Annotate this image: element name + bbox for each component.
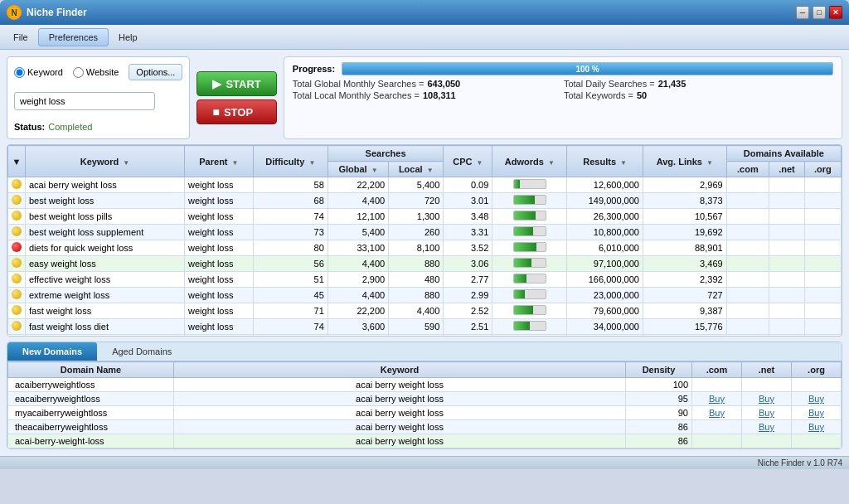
table-row[interactable]: effective weight loss weight loss 51 2,9… xyxy=(8,272,842,288)
buy-link[interactable]: Buy xyxy=(759,394,774,404)
keywords-table: ▼ Keyword ▼ Parent ▼ Difficulty ▼ Search… xyxy=(7,145,842,337)
th-parent[interactable]: Parent ▼ xyxy=(185,146,254,177)
title-bar: N Niche Finder ─ □ ✕ xyxy=(0,0,849,25)
progress-panel: Progress: 100 % Total Global Monthly Sea… xyxy=(284,56,842,139)
adwords-bar xyxy=(513,321,546,331)
search-input[interactable] xyxy=(14,92,155,110)
table-row[interactable]: acai berry weight loss weight loss 58 22… xyxy=(8,177,842,193)
keyword-radio[interactable]: Keyword xyxy=(14,67,63,78)
th-org[interactable]: .org xyxy=(804,162,841,177)
close-button[interactable]: ✕ xyxy=(829,6,842,19)
buy-link[interactable]: Buy xyxy=(808,394,824,404)
difficulty-dot xyxy=(12,258,22,268)
th-cpc[interactable]: CPC ▼ xyxy=(444,146,492,177)
difficulty-dot xyxy=(12,274,22,284)
th-results[interactable]: Results ▼ xyxy=(567,146,643,177)
action-buttons: ▶ START ■ STOP xyxy=(196,56,276,139)
menu-file[interactable]: File xyxy=(3,29,38,46)
list-item[interactable]: eacaiberryweightloss acai berry weight l… xyxy=(8,392,842,406)
table-row[interactable]: best weight loss weight loss 68 4,400 72… xyxy=(8,193,842,209)
th-domains-avail: Domains Available xyxy=(726,146,841,162)
table-row[interactable]: fast weight loss tips weight loss 52 5,4… xyxy=(8,335,842,337)
th-difficulty[interactable]: Difficulty ▼ xyxy=(253,146,327,177)
th-d-net: .net xyxy=(742,362,792,378)
table-row[interactable]: fast weight loss weight loss 71 22,200 4… xyxy=(8,303,842,319)
stop-button[interactable]: ■ STOP xyxy=(196,99,276,124)
th-avglinks[interactable]: Avg. Links ▼ xyxy=(643,146,726,177)
adwords-bar xyxy=(513,195,546,205)
adwords-bar xyxy=(513,242,546,252)
stat-global: Total Global Monthly Searches = 643,050 xyxy=(293,79,562,89)
difficulty-dot xyxy=(12,321,22,331)
tab-bar: New Domains Aged Domains xyxy=(7,342,842,361)
buy-link[interactable]: Buy xyxy=(808,408,824,418)
th-d-org: .org xyxy=(792,362,842,378)
status-line: Status: Completed xyxy=(14,122,92,132)
progress-bar: 100 % xyxy=(342,62,833,75)
th-filter-col[interactable]: ▼ xyxy=(8,146,26,177)
domains-table: Domain Name Keyword Density .com .net .o… xyxy=(7,361,842,448)
title-bar-title: Niche Finder xyxy=(27,7,796,18)
adwords-bar xyxy=(513,274,546,284)
buy-link[interactable]: Buy xyxy=(709,394,725,404)
search-panel: Keyword Website Options... Status: Compl… xyxy=(7,56,190,139)
th-adwords[interactable]: Adwords ▼ xyxy=(492,146,567,177)
buy-link[interactable]: Buy xyxy=(759,408,774,418)
menu-bar: File Preferences Help xyxy=(0,25,849,50)
start-button[interactable]: ▶ START xyxy=(196,71,276,96)
tab-new-domains[interactable]: New Domains xyxy=(7,342,97,361)
menu-help[interactable]: Help xyxy=(109,29,148,46)
radio-group: Keyword Website Options... xyxy=(14,64,182,80)
th-density: Density xyxy=(626,362,692,378)
th-d-com: .com xyxy=(692,362,742,378)
bottom-section: New Domains Aged Domains Domain Name Key… xyxy=(7,342,842,449)
difficulty-dot xyxy=(12,211,22,220)
difficulty-dot xyxy=(12,195,22,205)
table-row[interactable]: easy weight loss weight loss 56 4,400 88… xyxy=(8,256,842,272)
keywords-table-container[interactable]: ▼ Keyword ▼ Parent ▼ Difficulty ▼ Search… xyxy=(7,144,842,337)
adwords-bar xyxy=(513,211,546,220)
th-domain-keyword: Keyword xyxy=(174,362,626,378)
status-bar: Niche Finder v 1.0 R74 xyxy=(0,456,849,469)
th-global[interactable]: Global ▼ xyxy=(327,162,388,177)
th-local[interactable]: Local ▼ xyxy=(389,162,444,177)
list-item[interactable]: theacaiberryweightloss acai berry weight… xyxy=(8,420,842,434)
adwords-bar xyxy=(513,179,546,189)
stat-keywords: Total Keywords = 50 xyxy=(564,90,833,100)
domains-table-container[interactable]: Domain Name Keyword Density .com .net .o… xyxy=(7,361,842,448)
difficulty-dot xyxy=(12,289,22,299)
stat-local: Total Local Monthly Searches = 108,311 xyxy=(293,90,562,100)
menu-preferences[interactable]: Preferences xyxy=(38,28,109,46)
title-bar-buttons: ─ □ ✕ xyxy=(796,6,842,19)
table-row[interactable]: diets for quick weight loss weight loss … xyxy=(8,240,842,256)
table-row[interactable]: extreme weight loss weight loss 45 4,400… xyxy=(8,288,842,303)
buy-link[interactable]: Buy xyxy=(709,408,725,418)
list-item[interactable]: myacaiberryweightloss acai berry weight … xyxy=(8,406,842,420)
th-searches: Searches xyxy=(327,146,443,162)
buy-link[interactable]: Buy xyxy=(759,422,774,432)
stat-daily: Total Daily Searches = 21,435 xyxy=(564,79,833,89)
th-domain-name: Domain Name xyxy=(8,362,174,378)
maximize-button[interactable]: □ xyxy=(813,6,826,19)
th-net[interactable]: .net xyxy=(769,162,804,177)
options-button[interactable]: Options... xyxy=(129,64,182,80)
table-row[interactable]: best weight loss pills weight loss 74 12… xyxy=(8,209,842,225)
buy-link[interactable]: Buy xyxy=(808,422,824,432)
progress-fill: 100 % xyxy=(342,63,832,75)
main-content: Keyword Website Options... Status: Compl… xyxy=(0,50,849,456)
difficulty-dot xyxy=(12,179,22,189)
list-item[interactable]: acai-berry-weight-loss acai berry weight… xyxy=(8,434,842,448)
tab-aged-domains[interactable]: Aged Domains xyxy=(97,342,187,361)
adwords-bar xyxy=(513,226,546,236)
stats-grid: Total Global Monthly Searches = 643,050 … xyxy=(293,79,833,100)
table-row[interactable]: best weight loss supplement weight loss … xyxy=(8,225,842,240)
difficulty-dot xyxy=(12,305,22,315)
adwords-bar xyxy=(513,289,546,299)
th-keyword[interactable]: Keyword ▼ xyxy=(26,146,185,177)
difficulty-dot xyxy=(12,242,22,252)
minimize-button[interactable]: ─ xyxy=(796,6,809,19)
website-radio[interactable]: Website xyxy=(73,67,119,78)
list-item[interactable]: acaiberryweightloss acai berry weight lo… xyxy=(8,378,842,392)
th-com[interactable]: .com xyxy=(726,162,769,177)
table-row[interactable]: fast weight loss diet weight loss 74 3,6… xyxy=(8,319,842,335)
